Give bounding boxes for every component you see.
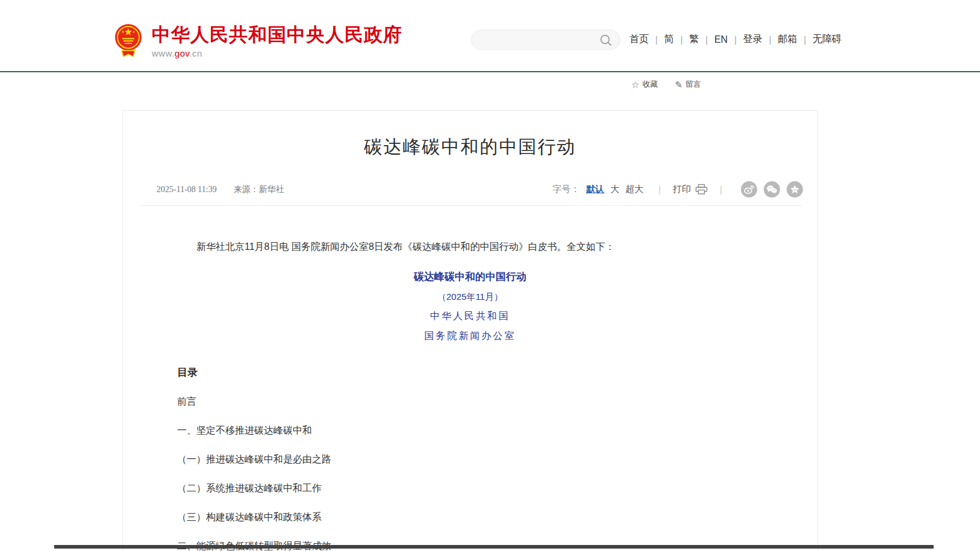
url-gov: gov: [175, 48, 190, 58]
share-wechat-button[interactable]: [764, 181, 780, 198]
nav-home[interactable]: 首页: [629, 33, 649, 46]
publish-date: 2025-11-08 11:39: [157, 185, 217, 195]
toc-heading: 目录: [177, 366, 763, 379]
document-org-line2: 国务院新闻办公室: [123, 330, 817, 343]
toc-item: 前言: [177, 396, 763, 408]
site-header: 中华人民共和国中央人民政府 www.gov.cn 首页| 简| 繁| EN| 登…: [0, 0, 980, 71]
nav-mail[interactable]: 邮箱: [778, 33, 797, 46]
nav-simplified[interactable]: 简: [664, 33, 674, 46]
favorite-label: 收藏: [642, 79, 658, 90]
font-size-default[interactable]: 默认: [586, 184, 604, 195]
nav-accessibility[interactable]: 无障碍: [813, 33, 841, 46]
site-logo[interactable]: 中华人民共和国中央人民政府 www.gov.cn: [114, 23, 402, 58]
font-size-label: 字号：: [552, 184, 579, 195]
source: 来源：新华社: [234, 184, 284, 195]
meta-divider: [139, 205, 802, 206]
page-actions: ☆ 收藏 ✎ 留言: [631, 79, 701, 90]
print-button[interactable]: 打印: [673, 184, 708, 195]
meta-separator: |: [720, 184, 722, 195]
article-title: 碳达峰碳中和的中国行动: [123, 135, 817, 160]
nav-separator: |: [804, 35, 806, 45]
toc-item: 一、坚定不移推进碳达峰碳中和: [177, 425, 763, 437]
url-cn: .cn: [189, 48, 202, 58]
comment-label: 留言: [685, 79, 701, 90]
meta-right: 字号： 默认 大 超大 | 打印 |: [552, 181, 803, 198]
header-divider: [0, 71, 980, 72]
star-icon: ☆: [631, 80, 639, 89]
nav-separator: |: [655, 35, 658, 45]
toc-item: （一）推进碳达峰碳中和是必由之路: [177, 453, 763, 466]
search-icon[interactable]: [599, 34, 613, 47]
meta-left: 2025-11-08 11:39 来源：新华社: [157, 184, 284, 195]
bottom-edge-bar: [54, 545, 934, 549]
search-input[interactable]: [471, 30, 620, 50]
share-qzone-button[interactable]: [787, 181, 803, 198]
nav-separator: |: [681, 35, 683, 45]
meta-separator: |: [658, 184, 661, 195]
nav-traditional[interactable]: 繁: [689, 33, 699, 46]
national-emblem-icon: [114, 23, 142, 58]
nav-english[interactable]: EN: [714, 34, 728, 45]
weibo-icon: [741, 181, 757, 198]
pencil-icon: ✎: [675, 80, 682, 89]
share-weibo-button[interactable]: [741, 181, 757, 198]
document-org-line1: 中华人民共和国: [123, 310, 817, 323]
document-date: （2025年11月）: [123, 291, 817, 303]
site-url: www.gov.cn: [152, 48, 402, 58]
print-label: 打印: [673, 184, 691, 195]
font-size-xlarge[interactable]: 超大: [625, 184, 643, 195]
top-nav: 首页| 简| 繁| EN| 登录| 邮箱| 无障碍: [629, 33, 841, 46]
article-meta: 2025-11-08 11:39 来源：新华社 字号： 默认 大 超大 | 打印…: [157, 181, 803, 198]
article-card: 碳达峰碳中和的中国行动 2025-11-08 11:39 来源：新华社 字号： …: [122, 110, 818, 551]
favorite-button[interactable]: ☆ 收藏: [631, 79, 658, 90]
printer-icon: [695, 184, 708, 195]
nav-separator: |: [705, 35, 708, 45]
qzone-star-icon: [787, 181, 803, 198]
nav-separator: |: [734, 35, 737, 45]
document-title: 碳达峰碳中和的中国行动: [123, 270, 817, 284]
comment-button[interactable]: ✎ 留言: [675, 79, 701, 90]
wechat-icon: [764, 181, 780, 198]
lead-paragraph: 新华社北京11月8日电 国务院新闻办公室8日发布《碳达峰碳中和的中国行动》白皮书…: [177, 238, 763, 255]
source-value: 新华社: [259, 185, 284, 194]
url-www: www.: [152, 48, 175, 58]
nav-separator: |: [769, 35, 772, 45]
toc-item: （三）构建碳达峰碳中和政策体系: [177, 511, 763, 524]
site-title: 中华人民共和国中央人民政府: [152, 25, 402, 45]
source-label: 来源：: [234, 185, 259, 194]
nav-login[interactable]: 登录: [743, 33, 763, 46]
toc-item: （二）系统推进碳达峰碳中和工作: [177, 482, 763, 495]
font-size-large[interactable]: 大: [610, 184, 619, 195]
